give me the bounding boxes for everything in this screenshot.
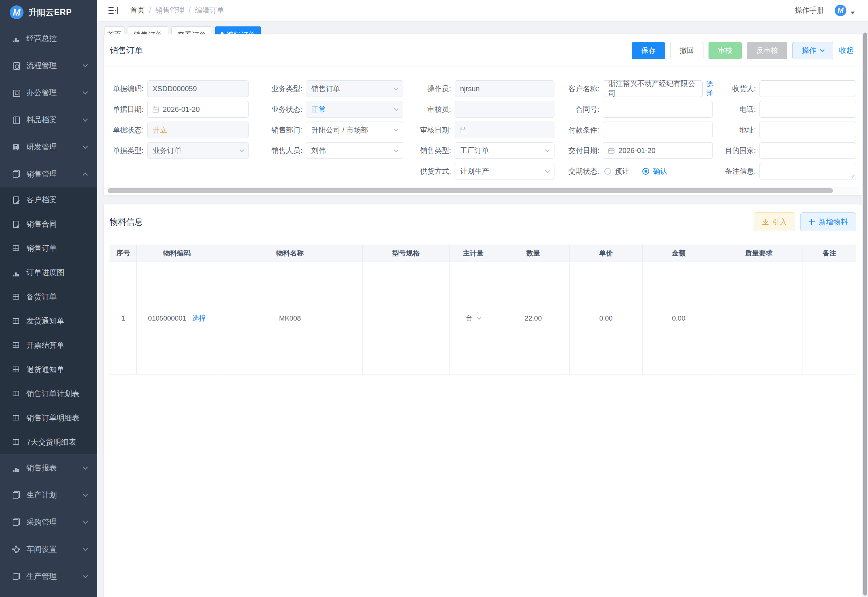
import-button[interactable]: 引入 [754, 212, 795, 231]
sidebar-item-rd-mgmt[interactable]: 研发管理 [0, 133, 97, 160]
sidebar-item-label: 备货订单 [27, 292, 87, 302]
sidebar-item-invoice-settlement[interactable]: 开票结算单 [0, 333, 97, 357]
sidebar-item-sales-contract[interactable]: 销售合同 [0, 212, 97, 236]
material-select-link[interactable]: 选择 [192, 314, 206, 323]
sidebar-item-stock-order[interactable]: 备货订单 [0, 284, 97, 309]
sidebar-item-shipment-notice[interactable]: 发货通知单 [0, 309, 97, 333]
collapse-sidebar-icon[interactable] [108, 6, 118, 15]
field-address: 地址: [713, 122, 856, 138]
material-code: 0105000001 [148, 315, 186, 322]
radio-label: 预计 [615, 166, 629, 176]
sidebar-item-business-overview[interactable]: 经营总控 [0, 25, 97, 52]
supply-mode-select[interactable]: 计划生产 [455, 163, 554, 180]
sidebar-item-label: 办公管理 [27, 88, 83, 98]
manual-link[interactable]: 操作手册 [795, 6, 824, 15]
sidebar-item-customer-archives[interactable]: 客户档案 [0, 187, 97, 212]
collapse-panel-link[interactable]: 收起 [839, 46, 853, 55]
sidebar-item-sales-order-plan[interactable]: 销售订单计划表 [0, 382, 97, 405]
topbar-right: 操作手册 M [795, 5, 855, 16]
sidebar-item-return-notice[interactable]: 退货通知单 [0, 357, 97, 382]
dest-country-input[interactable] [760, 142, 856, 159]
user-menu-caret-icon[interactable] [851, 12, 855, 14]
address-input[interactable] [760, 122, 856, 138]
field-label: 电话: [713, 105, 760, 114]
add-material-label: 新增物料 [819, 217, 848, 227]
customer-input[interactable]: 浙江裕兴不动产经纪有限公司 [603, 80, 703, 97]
calendar-icon [460, 127, 466, 133]
unit-select[interactable]: 台 [466, 314, 481, 323]
sidebar-item-sales-report[interactable]: 销售报表 [0, 454, 97, 481]
customer-select-link[interactable]: 选择 [707, 80, 714, 97]
breadcrumb-separator: / [149, 6, 151, 15]
order-actions: 保存 撤回 审核 反审核 操作 收起 [627, 42, 853, 59]
cell-code: 0105000001 选择 [137, 262, 217, 375]
sidebar-item-processing-workshop[interactable]: 加工车间 [0, 590, 97, 597]
field-label: 单据编码: [110, 84, 147, 94]
import-label: 引入 [773, 217, 787, 227]
sales-person-select[interactable]: 刘伟 [306, 142, 403, 159]
save-button[interactable]: 保存 [632, 42, 665, 59]
sidebar-item-material-archives[interactable]: 料品档案 [0, 106, 97, 133]
chevron-down-icon [394, 106, 398, 111]
cell-seq: 1 [110, 262, 137, 375]
contract-no-input[interactable] [603, 101, 713, 117]
avatar[interactable]: M [835, 5, 846, 16]
sales-dept-select[interactable]: 升阳公司 / 市场部 [306, 122, 403, 138]
breadcrumb-section[interactable]: 销售管理 [156, 6, 184, 15]
horizontal-scrollbar-thumb[interactable] [108, 188, 833, 193]
add-material-button[interactable]: 新增物料 [800, 212, 856, 231]
auditor-input [455, 101, 554, 117]
radio-confirm[interactable]: 确认 [642, 166, 667, 176]
doc-edit-icon [12, 220, 20, 228]
chevron-down-icon [545, 168, 550, 173]
sidebar-item-sales-order[interactable]: 销售订单 [0, 236, 97, 260]
sidebar-item-purchase-mgmt[interactable]: 采购管理 [0, 508, 97, 536]
sidebar-item-workshop-settings[interactable]: 车间设置 [0, 536, 97, 563]
sales-type-select[interactable]: 工厂订单 [455, 142, 554, 159]
sidebar-item-sales-order-detail[interactable]: 销售订单明细表 [0, 405, 97, 430]
open-book-icon [12, 414, 20, 422]
sidebar-item-label: 订单进度图 [27, 267, 87, 278]
field-value: 浙江裕兴不动产经纪有限公司 [608, 79, 697, 98]
header-code: 物料编码 [137, 245, 217, 262]
delivery-date-input[interactable]: 2026-01-20 [603, 142, 713, 159]
operate-dropdown-button[interactable]: 操作 [792, 42, 833, 59]
sidebar-item-order-progress[interactable]: 订单进度图 [0, 260, 97, 284]
field-customer: 客户名称: 浙江裕兴不动产经纪有限公司 选择 上传 [554, 80, 713, 97]
radio-estimate[interactable]: 预计 [604, 166, 629, 176]
sidebar-item-label: 退货通知单 [27, 364, 87, 374]
field-label: 付款条件: [554, 125, 603, 135]
field-label: 单据日期: [110, 105, 147, 114]
consignee-input[interactable] [760, 80, 856, 97]
field-phone: 电话: [713, 101, 856, 117]
payment-terms-input[interactable] [603, 122, 713, 138]
operator-input: njrsun [455, 80, 554, 97]
field-label: 备注信息: [713, 166, 760, 176]
field-label: 合同号: [554, 105, 603, 114]
office-icon [12, 89, 20, 97]
doc-type-select: 业务订单 [147, 142, 249, 159]
phone-input[interactable] [760, 101, 856, 117]
field-label: 单据状态: [110, 125, 147, 135]
sidebar-item-production-plan[interactable]: 生产计划 [0, 481, 97, 508]
sidebar-item-label: 经营总控 [27, 33, 87, 43]
field-value: XSDD000059 [153, 85, 197, 93]
sidebar-item-office-mgmt[interactable]: 办公管理 [0, 79, 97, 106]
sidebar-item-production-mgmt[interactable]: 生产管理 [0, 563, 97, 590]
empty-cell [110, 163, 249, 180]
sidebar-item-sales-mgmt[interactable]: 销售管理 [0, 160, 97, 187]
copy-icon [12, 518, 20, 526]
vertical-scrollbar-thumb[interactable] [863, 33, 867, 596]
withdraw-button[interactable]: 撤回 [670, 42, 704, 59]
doc-date-input[interactable]: 2026-01-20 [147, 101, 249, 117]
chevron-down-icon [83, 573, 88, 578]
remark-textarea[interactable] [760, 163, 856, 180]
sidebar-item-delivery-7day[interactable]: 7天交货明细表 [0, 430, 97, 454]
field-value: 销售订单 [311, 84, 340, 94]
resize-handle-icon[interactable] [851, 174, 855, 178]
field-label: 客户名称: [554, 84, 603, 94]
field-sales-type: 销售类型: 工厂订单 [403, 142, 554, 159]
breadcrumb-home[interactable]: 首页 [130, 6, 145, 15]
sidebar-item-process-mgmt[interactable]: 流程管理 [0, 52, 97, 79]
sidebar-item-label: 开票结算单 [27, 340, 87, 350]
